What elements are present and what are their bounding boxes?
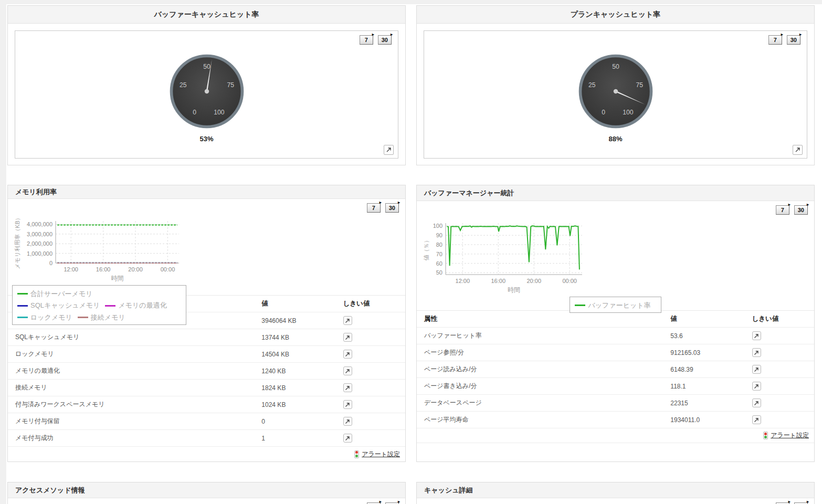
gauge-row: バッファーキャッシュヒット率 7▸30▸ 0255075100 53% プランキ… [7,5,815,165]
cache-details-panel: キャッシュ詳細 7▸30▸ [416,482,815,504]
svg-text:25: 25 [588,81,595,89]
range-arrow-icon: ▸ [799,33,802,37]
popout-arrow-icon [345,369,350,374]
panel-body: 7▸30▸ [8,498,405,504]
range-button-label: 7 [781,207,784,213]
threshold-config-button[interactable] [343,366,352,375]
threshold-config-button[interactable] [752,382,761,391]
range-7-days-button[interactable]: 7▸ [360,35,373,45]
legend-color-swatch [105,305,115,307]
svg-text:70: 70 [436,251,442,257]
range-button-label: 30 [382,37,388,43]
threshold-cell [336,363,405,380]
range-button-label: 7 [372,205,375,211]
svg-text:16:00: 16:00 [491,278,505,284]
threshold-config-button[interactable] [343,383,352,392]
threshold-cell [336,312,405,329]
red-dot [355,451,358,454]
legend-wrap: バッファーヒット率 [417,297,814,313]
attribute-value: 53.6 [663,328,744,344]
attribute-value: 0 [254,413,335,430]
svg-text:メモリ利用率（KB）: メモリ利用率（KB） [14,215,20,269]
chart-zone: 7▸30▸ 506070809010012:0016:0020:0000:00値… [417,201,814,310]
svg-text:値（％）: 値（％） [423,237,429,261]
access-method-info-panel: アクセスメソッド情報 7▸30▸ [7,482,406,504]
svg-text:00:00: 00:00 [161,266,175,272]
svg-text:100: 100 [623,109,634,116]
popout-arrow-icon [754,350,759,355]
attribute-label: ページ参照/分 [417,344,663,361]
svg-text:4,000,000: 4,000,000 [27,222,52,228]
attribute-label: ページ読み込み/分 [417,361,663,378]
legend-label: SQLキャッシュメモリ [30,300,100,311]
threshold-config-button[interactable] [343,434,352,443]
svg-text:時間: 時間 [111,275,124,282]
attribute-value: 1 [254,430,335,447]
range-button-label: 30 [791,37,797,43]
traffic-light-icon [763,432,768,439]
panel-title: メモリ利用率 [15,187,57,197]
traffic-light-icon [354,450,359,458]
range-30-days-button[interactable]: 30▸ [385,203,399,213]
range-30-days-button[interactable]: 30▸ [378,35,392,45]
threshold-config-button[interactable] [343,400,352,409]
popout-arrow-icon [754,367,759,372]
range-7-days-button[interactable]: 7▸ [776,205,789,215]
range-7-days-button[interactable]: 7▸ [768,35,782,45]
svg-text:20:00: 20:00 [128,266,143,272]
legend-label: メモリの最適化 [118,300,166,311]
svg-text:90: 90 [436,232,442,238]
buffer-hit-rate-chart: 506070809010012:0016:0020:0000:00値（％）時間 [421,217,594,296]
page-left-margin [0,0,6,504]
alert-settings-row: アラート設定 [8,446,405,461]
threshold-cell [745,328,814,344]
attribute-value: 1240 KB [254,363,335,380]
panel-title: キャッシュ詳細 [424,486,473,495]
popout-button[interactable] [384,145,394,155]
legend-label: 合計サーバーメモリ [30,289,93,299]
legend-item: 接続メモリ [78,312,125,323]
svg-text:75: 75 [227,81,234,89]
time-range-buttons: 7▸30▸ [360,35,392,45]
table-row: 付与済みワークスペースメモリ1024 KB [8,396,405,413]
time-range-buttons: 7▸30▸ [776,205,808,215]
threshold-config-button[interactable] [752,348,761,357]
panel-body: 7▸30▸ [417,498,814,504]
threshold-config-button[interactable] [343,350,352,359]
popout-arrow-icon [754,417,759,423]
threshold-config-button[interactable] [752,331,761,340]
legend-item: SQLキャッシュメモリ [17,300,100,311]
alert-settings-row: アラート設定 [417,428,814,443]
gauge-value-label: 53% [15,135,398,143]
range-arrow-icon: ▸ [380,500,382,504]
threshold-config-button[interactable] [752,415,761,424]
attribute-value: 912165.03 [663,344,744,361]
svg-text:2,000,000: 2,000,000 [27,241,52,247]
range-30-days-button[interactable]: 30▸ [794,205,808,215]
alert-settings-link[interactable]: アラート設定 [362,450,400,459]
threshold-config-button[interactable] [343,417,352,426]
table-row: バッファーヒット率53.6 [417,328,814,344]
range-7-days-button[interactable]: 7▸ [367,203,381,213]
svg-text:12:00: 12:00 [64,266,78,272]
popout-arrow-icon [386,147,392,153]
svg-text:0: 0 [602,109,605,116]
attribute-label: ページ平均寿命 [417,412,663,428]
threshold-config-button[interactable] [752,365,761,374]
range-arrow-icon: ▸ [398,500,400,504]
range-30-days-button[interactable]: 30▸ [787,35,800,45]
svg-text:25: 25 [179,81,186,89]
table-header-row: 属性 値 しきい値 [417,311,814,328]
svg-text:時間: 時間 [508,286,520,293]
attribute-label: ロックメモリ [8,346,254,363]
threshold-config-button[interactable] [752,398,761,407]
buffer-manager-stats-panel: バッファーマネージャー統計 7▸30▸ 506070809010012:0016… [416,185,815,462]
threshold-config-button[interactable] [343,333,352,342]
legend-item: メモリの最適化 [105,300,166,311]
threshold-cell [745,395,814,412]
threshold-cell [336,346,405,363]
threshold-config-button[interactable] [343,316,352,325]
gauge-value-label: 88% [424,135,807,143]
alert-settings-link[interactable]: アラート設定 [771,431,809,440]
popout-button[interactable] [793,145,803,155]
